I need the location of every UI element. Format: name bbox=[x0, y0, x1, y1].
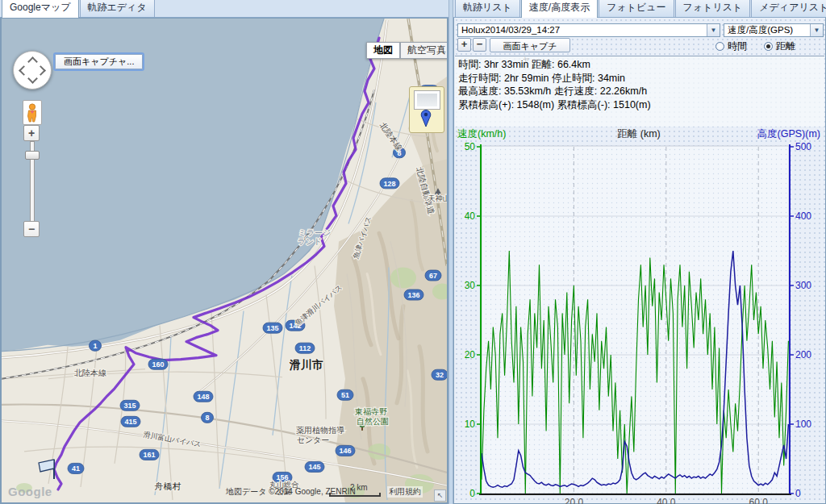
track-statistics: 時間: 3hr 33min 距離: 66.4km 走行時間: 2hr 59min… bbox=[455, 56, 824, 127]
gps-logger-app: { "left_panel": { "tabs": [ {"label": "G… bbox=[0, 0, 826, 504]
zoom-in-button[interactable]: + bbox=[23, 125, 40, 141]
map-attribution-bar: Google 地図データ ©2014 Google, ZENRIN 2 km 利… bbox=[2, 485, 447, 502]
stat-line-speeds: 最高速度: 35.53km/h 走行速度: 22.26km/h bbox=[458, 85, 824, 98]
route-badge: 415 bbox=[121, 416, 140, 427]
map-pan-control[interactable] bbox=[13, 51, 52, 90]
stat-line-time-distance: 時間: 3hr 33min 距離: 66.4km bbox=[458, 58, 824, 72]
tab-google-map[interactable]: Googleマップ bbox=[2, 0, 79, 18]
map-type-map-button[interactable]: 地図 bbox=[366, 42, 400, 59]
stat-line-moving-stopped: 走行時間: 2hr 59min 停止時間: 34min bbox=[458, 72, 824, 85]
map-canvas: 1283148128135142112671363211603154151488… bbox=[2, 19, 447, 502]
track-select-combo[interactable]: Holux2014/03/29_14:27 ▼ bbox=[457, 23, 720, 37]
map-scale-bar bbox=[329, 493, 381, 497]
chevron-down-icon[interactable]: ▼ bbox=[810, 24, 823, 36]
pan-up-icon[interactable] bbox=[27, 56, 38, 67]
svg-text:135: 135 bbox=[266, 324, 278, 332]
zoom-slider-handle[interactable] bbox=[25, 151, 40, 160]
tab-track-list[interactable]: 軌跡リスト bbox=[455, 0, 520, 17]
right-tabbar: 軌跡リスト 速度/高度表示 フォトビュー フォトリスト メディアリスト bbox=[453, 0, 826, 18]
map-panel: Googleマップ 軌跡エディタ bbox=[0, 0, 448, 504]
map-type-satellite-button[interactable]: 航空写真 bbox=[400, 42, 448, 59]
map-label: センター bbox=[297, 435, 330, 444]
svg-text:500: 500 bbox=[795, 141, 811, 152]
svg-text:50: 50 bbox=[465, 141, 476, 152]
route-badge: 148 bbox=[194, 391, 213, 402]
svg-text:400: 400 bbox=[795, 210, 811, 222]
photo-marker-widget[interactable] bbox=[409, 86, 444, 133]
map-label: ミラージ bbox=[298, 228, 332, 237]
route-badge: 112 bbox=[295, 343, 315, 353]
svg-text:136: 136 bbox=[407, 291, 419, 299]
pan-left-icon[interactable] bbox=[19, 65, 29, 76]
radio-unselected-icon[interactable] bbox=[715, 42, 724, 51]
map-scale-label: 2 km bbox=[350, 483, 368, 492]
route-badge: 8 bbox=[202, 412, 214, 423]
svg-text:32: 32 bbox=[436, 371, 444, 379]
route-badge: 67 bbox=[425, 270, 441, 281]
pegman-icon bbox=[26, 103, 39, 123]
svg-text:67: 67 bbox=[429, 272, 437, 280]
pan-right-icon[interactable] bbox=[35, 65, 46, 76]
svg-text:148: 148 bbox=[197, 393, 209, 401]
svg-text:415: 415 bbox=[124, 418, 136, 426]
svg-text:112: 112 bbox=[299, 344, 311, 352]
tab-track-editor[interactable]: 軌跡エディタ bbox=[80, 0, 155, 17]
route-badge: 315 bbox=[120, 400, 140, 410]
svg-text:315: 315 bbox=[123, 402, 136, 410]
mode-select-value: 速度/高度(GPS) bbox=[728, 25, 793, 35]
pan-down-icon[interactable] bbox=[27, 73, 38, 84]
svg-text:8: 8 bbox=[205, 414, 209, 422]
chevron-down-icon[interactable]: ▼ bbox=[707, 24, 720, 36]
svg-text:20.0: 20.0 bbox=[565, 497, 584, 504]
mode-select-combo[interactable]: 速度/高度(GPS) ▼ bbox=[724, 23, 824, 37]
svg-text:40.0: 40.0 bbox=[657, 497, 676, 504]
svg-text:200: 200 bbox=[795, 349, 811, 360]
chart-screen-capture-button[interactable]: 画面キャプチャ... bbox=[490, 38, 570, 52]
stat-line-elevation: 累積標高(+): 1548(m) 累積標高(-): 1510(m) bbox=[458, 98, 824, 112]
track-select-value: Holux2014/03/29_14:27 bbox=[461, 25, 560, 35]
map-label: 北陸本線 bbox=[74, 369, 106, 377]
route-badge: 136 bbox=[404, 289, 423, 300]
map-label: 天神山 bbox=[428, 194, 447, 202]
svg-text:146: 146 bbox=[339, 447, 351, 455]
chart-zoom-out-button[interactable]: − bbox=[473, 38, 486, 52]
svg-text:1: 1 bbox=[93, 342, 97, 350]
svg-text:30: 30 bbox=[465, 280, 476, 291]
map-pin-icon bbox=[419, 109, 432, 128]
map-screen-capture-button[interactable]: 画面キャプチャ... bbox=[55, 54, 143, 69]
map-resize-corner-icon[interactable]: ↖ bbox=[434, 489, 446, 502]
photo-thumbnail bbox=[414, 90, 440, 110]
svg-text:145: 145 bbox=[308, 463, 320, 471]
svg-text:51: 51 bbox=[341, 391, 349, 399]
zoom-out-button[interactable]: − bbox=[23, 221, 40, 237]
x-axis-distance-radio[interactable]: 距離 bbox=[764, 40, 795, 53]
map-label: ランド bbox=[298, 237, 323, 246]
radio-distance-label: 距離 bbox=[776, 40, 795, 53]
svg-text:40: 40 bbox=[465, 210, 476, 222]
chart-axis-headers: 速度(km/h) 距離 (km) 高度(GPS)(m) bbox=[457, 127, 820, 140]
speed-altitude-chart: 01020304050010020030040050020.040.060.0 bbox=[454, 139, 826, 504]
svg-text:41: 41 bbox=[72, 464, 80, 473]
route-badge: 160 bbox=[148, 359, 168, 369]
radio-selected-icon[interactable] bbox=[764, 42, 773, 51]
map-viewport[interactable]: 1283148128135142112671363211603154151488… bbox=[0, 18, 448, 504]
svg-text:0: 0 bbox=[469, 488, 475, 499]
svg-text:161: 161 bbox=[143, 451, 155, 459]
tab-photo-list[interactable]: フォトリスト bbox=[675, 0, 751, 17]
map-label: 東福寺野 bbox=[354, 407, 387, 416]
terms-of-use-link[interactable]: 利用規約 bbox=[387, 486, 423, 498]
tab-speed-altitude[interactable]: 速度/高度表示 bbox=[521, 0, 598, 18]
x-axis-time-radio[interactable]: 時間 bbox=[715, 40, 747, 53]
chart-zoom-in-button[interactable]: + bbox=[457, 38, 471, 52]
route-badge: 145 bbox=[305, 461, 324, 472]
left-tabbar: Googleマップ 軌跡エディタ bbox=[0, 0, 448, 18]
google-logo: Google bbox=[8, 485, 52, 498]
tab-photo-view[interactable]: フォトビュー bbox=[599, 0, 674, 17]
route-badge: 135 bbox=[263, 323, 282, 333]
route-badge: 161 bbox=[140, 449, 159, 460]
tab-media-list[interactable]: メディアリスト bbox=[751, 0, 826, 17]
speed-altitude-panel: 軌跡リスト 速度/高度表示 フォトビュー フォトリスト メディアリスト Holu… bbox=[453, 0, 826, 504]
route-badge: 1 bbox=[90, 340, 102, 351]
svg-text:10: 10 bbox=[465, 419, 476, 430]
pegman-control[interactable] bbox=[23, 100, 42, 125]
